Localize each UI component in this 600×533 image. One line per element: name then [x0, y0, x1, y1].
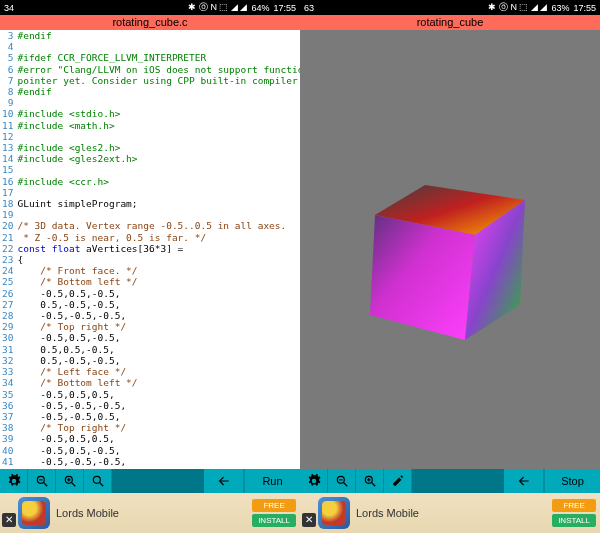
ad-close-icon[interactable]: ✕ [302, 513, 316, 527]
ad-title: Lords Mobile [56, 507, 246, 519]
status-indicator: 63 [304, 3, 314, 13]
search-button[interactable] [84, 469, 112, 493]
clock-text: 17:55 [273, 3, 296, 13]
status-bar-right: 63 ✱ ⓞ N ⬚ ◢ ◢ 63% 17:55 [300, 0, 600, 15]
settings-button[interactable] [300, 469, 328, 493]
line-gutter: 3456789101112131415161718192021222324252… [0, 30, 17, 469]
title-bar-left: rotating_cube.c [0, 15, 300, 30]
ad-app-icon[interactable] [318, 497, 350, 529]
status-indicator: 34 [4, 3, 14, 13]
svg-line-13 [343, 483, 347, 487]
svg-line-8 [99, 483, 103, 487]
ad-install-button[interactable]: INSTALL [552, 514, 596, 527]
ad-banner-right[interactable]: ✕ Lords Mobile FREE INSTALL [300, 493, 600, 533]
code-content[interactable]: #endif #ifdef CCR_FORCE_LLVM_INTERPRETER… [17, 30, 300, 469]
code-editor[interactable]: 3456789101112131415161718192021222324252… [0, 30, 300, 469]
ad-install-button[interactable]: INSTALL [252, 514, 296, 527]
back-button[interactable] [504, 469, 544, 493]
svg-line-16 [371, 483, 375, 487]
run-button[interactable]: Run [244, 469, 300, 493]
toolbar-right: Stop [300, 469, 600, 493]
brush-button[interactable] [384, 469, 412, 493]
status-icons: ✱ ⓞ N ⬚ ◢ ◢ [188, 1, 247, 14]
svg-marker-10 [370, 215, 475, 340]
clock-text: 17:55 [573, 3, 596, 13]
ad-banner-left[interactable]: ✕ Lords Mobile FREE INSTALL [0, 493, 300, 533]
ad-free-badge: FREE [552, 499, 596, 512]
right-pane: 63 ✱ ⓞ N ⬚ ◢ ◢ 63% 17:55 rotating_cube [300, 0, 600, 533]
svg-line-1 [43, 483, 47, 487]
zoom-in-button[interactable] [356, 469, 384, 493]
battery-text: 64% [251, 3, 269, 13]
rotating-cube [365, 180, 535, 350]
status-bar-left: 34 ✱ ⓞ N ⬚ ◢ ◢ 64% 17:55 [0, 0, 300, 15]
status-icons: ✱ ⓞ N ⬚ ◢ ◢ [488, 1, 547, 14]
ad-title: Lords Mobile [356, 507, 546, 519]
ad-free-badge: FREE [252, 499, 296, 512]
settings-button[interactable] [0, 469, 28, 493]
ad-close-icon[interactable]: ✕ [2, 513, 16, 527]
stop-button[interactable]: Stop [544, 469, 600, 493]
zoom-out-button[interactable] [328, 469, 356, 493]
svg-line-4 [71, 483, 75, 487]
svg-point-7 [93, 476, 100, 483]
toolbar-spacer [412, 469, 504, 493]
zoom-out-button[interactable] [28, 469, 56, 493]
toolbar-left: Run [0, 469, 300, 493]
toolbar-spacer [112, 469, 204, 493]
zoom-in-button[interactable] [56, 469, 84, 493]
ad-app-icon[interactable] [18, 497, 50, 529]
back-button[interactable] [204, 469, 244, 493]
battery-text: 63% [551, 3, 569, 13]
left-pane: 34 ✱ ⓞ N ⬚ ◢ ◢ 64% 17:55 rotating_cube.c… [0, 0, 300, 533]
title-bar-right: rotating_cube [300, 15, 600, 30]
gl-viewport[interactable] [300, 30, 600, 469]
